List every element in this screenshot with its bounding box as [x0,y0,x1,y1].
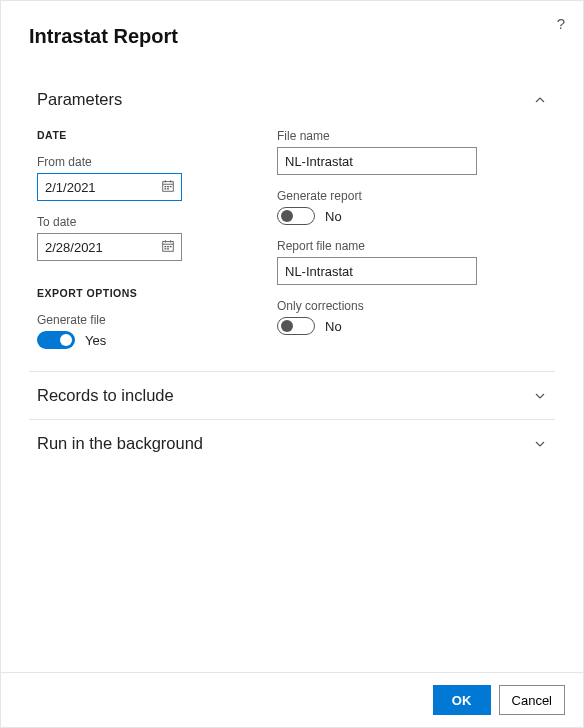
section-records-header[interactable]: Records to include [29,372,555,419]
svg-rect-14 [167,246,169,247]
svg-rect-4 [165,186,167,187]
svg-rect-6 [170,186,172,187]
generate-file-label: Generate file [37,313,217,327]
section-parameters-body: DATE From date To date EXPORT OPTI [29,123,555,371]
from-date-input[interactable] [45,180,161,195]
group-export-label: EXPORT OPTIONS [37,287,217,299]
generate-report-value: No [325,209,342,224]
svg-rect-16 [165,248,167,249]
help-icon[interactable]: ? [557,15,565,32]
section-records: Records to include [29,372,555,420]
to-date-label: To date [37,215,217,229]
only-corrections-value: No [325,319,342,334]
calendar-icon[interactable] [161,239,177,255]
toggle-knob [281,320,293,332]
to-date-input[interactable] [45,240,161,255]
svg-rect-15 [170,246,172,247]
svg-rect-17 [167,248,169,249]
toggle-knob [281,210,293,222]
file-name-input[interactable] [277,147,477,175]
calendar-icon[interactable] [161,179,177,195]
report-file-name-label: Report file name [277,239,497,253]
dialog-footer: OK Cancel [1,672,583,727]
report-file-name-input[interactable] [277,257,477,285]
svg-rect-13 [165,246,167,247]
chevron-down-icon [533,437,547,451]
chevron-down-icon [533,389,547,403]
only-corrections-label: Only corrections [277,299,497,313]
dialog-content: Parameters DATE From date To date [1,52,583,672]
generate-file-toggle[interactable] [37,331,75,349]
only-corrections-toggle[interactable] [277,317,315,335]
section-background-title: Run in the background [37,434,203,453]
cancel-button[interactable]: Cancel [499,685,565,715]
chevron-up-icon [533,93,547,107]
svg-rect-5 [167,186,169,187]
svg-rect-7 [165,188,167,189]
file-name-label: File name [277,129,497,143]
dialog-title: Intrastat Report [29,25,563,48]
section-parameters: Parameters DATE From date To date [29,76,555,372]
group-date-label: DATE [37,129,217,141]
from-date-field[interactable] [37,173,182,201]
ok-button[interactable]: OK [433,685,491,715]
generate-report-toggle[interactable] [277,207,315,225]
section-background: Run in the background [29,420,555,467]
generate-file-value: Yes [85,333,106,348]
section-records-title: Records to include [37,386,174,405]
from-date-label: From date [37,155,217,169]
svg-rect-8 [167,188,169,189]
toggle-knob [60,334,72,346]
section-parameters-header[interactable]: Parameters [29,76,555,123]
section-parameters-title: Parameters [37,90,122,109]
to-date-field[interactable] [37,233,182,261]
generate-report-label: Generate report [277,189,497,203]
section-background-header[interactable]: Run in the background [29,420,555,467]
